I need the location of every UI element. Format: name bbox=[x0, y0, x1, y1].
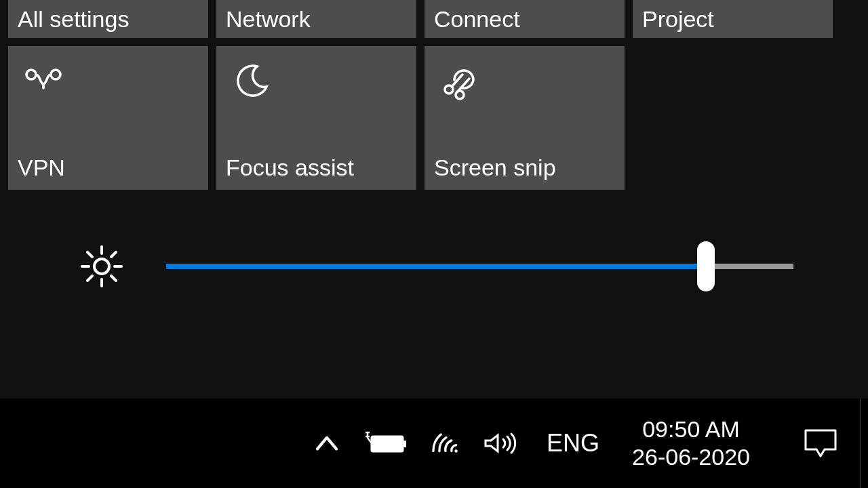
slider-thumb[interactable] bbox=[697, 241, 715, 291]
tile-label: Focus assist bbox=[226, 154, 407, 182]
tile-label: Connect bbox=[434, 5, 615, 33]
show-desktop-button[interactable] bbox=[860, 399, 868, 488]
brightness-control bbox=[0, 243, 868, 290]
svg-point-0 bbox=[26, 70, 36, 79]
system-tray: ENG 09:50 AM 26-06-2020 bbox=[289, 399, 781, 488]
clock-date: 26-06-2020 bbox=[632, 443, 750, 471]
tile-label: All settings bbox=[18, 5, 199, 33]
screen-snip-icon bbox=[439, 61, 480, 102]
svg-point-6 bbox=[94, 259, 109, 274]
tile-label: Project bbox=[642, 5, 823, 33]
tile-label: Screen snip bbox=[434, 154, 615, 182]
vpn-icon bbox=[23, 61, 64, 102]
clock-time: 09:50 AM bbox=[642, 415, 740, 443]
slider-fill bbox=[166, 264, 706, 269]
brightness-icon bbox=[78, 243, 125, 290]
svg-line-14 bbox=[111, 252, 116, 257]
brightness-slider[interactable] bbox=[166, 264, 793, 269]
svg-line-11 bbox=[87, 252, 92, 257]
tile-vpn[interactable]: VPN bbox=[8, 46, 208, 190]
tile-connect[interactable]: Connect bbox=[425, 0, 625, 38]
language-indicator[interactable]: ENG bbox=[542, 429, 604, 458]
volume-icon[interactable] bbox=[481, 424, 526, 462]
wifi-icon[interactable] bbox=[427, 424, 465, 462]
taskbar: ENG 09:50 AM 26-06-2020 bbox=[0, 399, 868, 488]
tile-row-1: All settings Network Connect Project bbox=[8, 0, 860, 38]
svg-line-4 bbox=[452, 75, 462, 87]
moon-icon bbox=[231, 61, 272, 102]
tile-label: Network bbox=[226, 5, 407, 33]
tile-row-2: VPN Focus assist Screen snip bbox=[8, 46, 860, 190]
svg-point-1 bbox=[51, 70, 60, 79]
svg-line-12 bbox=[111, 276, 116, 281]
tile-network[interactable]: Network bbox=[216, 0, 416, 38]
action-center-tiles: All settings Network Connect Project VPN bbox=[0, 0, 868, 190]
tile-project[interactable]: Project bbox=[633, 0, 833, 38]
tile-label: VPN bbox=[18, 154, 199, 182]
clock[interactable]: 09:50 AM 26-06-2020 bbox=[620, 415, 762, 471]
svg-rect-16 bbox=[403, 441, 406, 447]
tile-all-settings[interactable]: All settings bbox=[8, 0, 208, 38]
show-hidden-icons-chevron-icon[interactable] bbox=[308, 424, 346, 462]
svg-rect-15 bbox=[372, 436, 403, 451]
svg-line-13 bbox=[87, 276, 92, 281]
tile-focus-assist[interactable]: Focus assist bbox=[216, 46, 416, 190]
action-center-button[interactable] bbox=[781, 399, 860, 488]
battery-charging-icon[interactable] bbox=[362, 424, 411, 462]
tile-screen-snip[interactable]: Screen snip bbox=[425, 46, 625, 190]
svg-point-18 bbox=[454, 449, 457, 452]
svg-line-5 bbox=[457, 79, 469, 92]
